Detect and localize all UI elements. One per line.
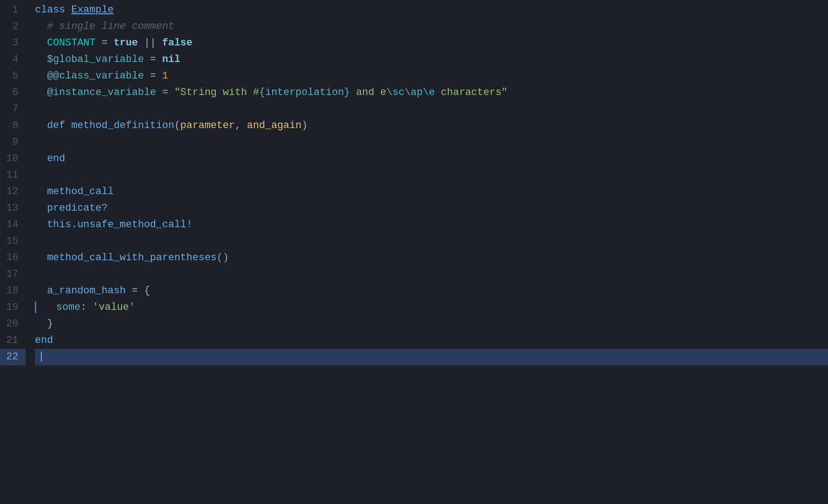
line-number-17: 17 xyxy=(0,266,26,283)
line-numbers: 12345678910111213141516171819202122 xyxy=(0,2,31,504)
line-number-8: 8 xyxy=(0,118,26,134)
code-line-8: def method_definition(parameter, and_aga… xyxy=(35,118,828,134)
code-line-11 xyxy=(35,167,828,184)
line-number-6: 6 xyxy=(0,84,26,101)
cursor xyxy=(41,352,42,362)
line-number-5: 5 xyxy=(0,68,26,84)
line-number-13: 13 xyxy=(0,200,26,217)
line-number-22: 22 xyxy=(0,349,26,365)
line-number-14: 14 xyxy=(0,217,26,233)
code-line-15 xyxy=(35,233,828,250)
code-editor[interactable]: 12345678910111213141516171819202122 clas… xyxy=(0,0,828,504)
code-line-3: CONSTANT = true || false xyxy=(35,35,828,51)
code-line-9 xyxy=(35,134,828,151)
line-number-16: 16 xyxy=(0,250,26,266)
code-line-10: end xyxy=(35,151,828,167)
line-number-15: 15 xyxy=(0,233,26,250)
line-number-4: 4 xyxy=(0,51,26,68)
code-line-22 xyxy=(35,349,828,365)
code-line-5: @@class_variable = 1 xyxy=(35,68,828,84)
code-line-2: # single line comment xyxy=(35,18,828,35)
code-line-4: $global_variable = nil xyxy=(35,51,828,68)
line-number-12: 12 xyxy=(0,184,26,200)
code-line-21: end xyxy=(35,332,828,349)
line-number-1: 1 xyxy=(0,2,26,18)
line-number-20: 20 xyxy=(0,316,26,332)
line-number-19: 19 xyxy=(0,299,26,316)
line-number-11: 11 xyxy=(0,167,26,184)
code-line-6: @instance_variable = "String with #{inte… xyxy=(35,84,828,101)
code-area[interactable]: class Example # single line comment CONS… xyxy=(31,2,828,504)
line-number-7: 7 xyxy=(0,101,26,118)
line-number-2: 2 xyxy=(0,18,26,35)
code-line-14: this.unsafe_method_call! xyxy=(35,217,828,233)
code-line-7 xyxy=(35,101,828,118)
code-line-1: class Example xyxy=(35,2,828,18)
line-number-18: 18 xyxy=(0,283,26,299)
code-line-17 xyxy=(35,266,828,283)
code-line-20: } xyxy=(35,316,828,332)
code-line-12: method_call xyxy=(35,184,828,200)
line-number-9: 9 xyxy=(0,134,26,151)
code-line-13: predicate? xyxy=(35,200,828,217)
code-line-19: some: 'value' xyxy=(35,299,828,316)
code-line-18: a_random_hash = { xyxy=(35,283,828,299)
code-line-16: method_call_with_parentheses() xyxy=(35,250,828,266)
line-number-3: 3 xyxy=(0,35,26,51)
line-number-10: 10 xyxy=(0,151,26,167)
line-number-21: 21 xyxy=(0,332,26,349)
